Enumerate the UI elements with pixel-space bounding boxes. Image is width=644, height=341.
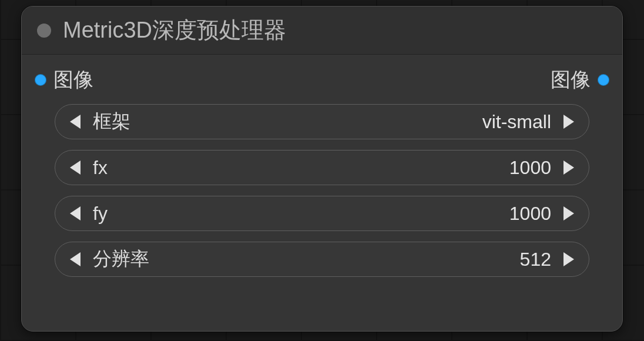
- input-port-image[interactable]: 图像: [35, 66, 93, 93]
- prev-button[interactable]: [68, 206, 82, 220]
- param-label: 分辨率: [93, 246, 149, 272]
- param-row-fx[interactable]: fx 1000: [55, 150, 589, 185]
- triangle-left-icon: [70, 115, 80, 129]
- prev-button[interactable]: [68, 161, 82, 175]
- triangle-right-icon: [564, 206, 574, 220]
- status-dot-icon: [37, 24, 51, 38]
- triangle-left-icon: [70, 206, 80, 220]
- port-dot-icon: [598, 74, 609, 86]
- param-value: vit-small: [482, 111, 551, 133]
- node-header[interactable]: Metric3D深度预处理器: [22, 6, 622, 55]
- port-dot-icon: [35, 74, 46, 86]
- triangle-right-icon: [564, 161, 574, 175]
- param-row-resolution[interactable]: 分辨率 512: [55, 242, 589, 277]
- node-title: Metric3D深度预处理器: [63, 15, 286, 45]
- param-value: 1000: [509, 203, 551, 225]
- next-button[interactable]: [562, 115, 576, 129]
- param-value: 512: [520, 249, 551, 270]
- param-row-backbone[interactable]: 框架 vit-small: [55, 104, 589, 139]
- triangle-right-icon: [564, 252, 574, 266]
- next-button[interactable]: [562, 252, 576, 266]
- input-port-label: 图像: [53, 66, 93, 93]
- io-row: 图像 图像: [35, 66, 609, 96]
- param-value: 1000: [509, 157, 551, 179]
- node-metric3d-depth-preprocessor[interactable]: Metric3D深度预处理器 图像 图像 框架 vit-small: [21, 6, 623, 332]
- param-list: 框架 vit-small fx 1000 fy 1000: [35, 104, 609, 277]
- prev-button[interactable]: [68, 115, 82, 129]
- triangle-left-icon: [70, 252, 80, 266]
- param-row-fy[interactable]: fy 1000: [55, 196, 589, 231]
- next-button[interactable]: [562, 161, 576, 175]
- output-port-image[interactable]: 图像: [551, 66, 609, 93]
- param-label: fx: [93, 157, 108, 179]
- triangle-right-icon: [564, 115, 574, 129]
- param-label: 框架: [93, 109, 130, 135]
- triangle-left-icon: [70, 161, 80, 175]
- next-button[interactable]: [562, 206, 576, 220]
- param-label: fy: [93, 203, 108, 225]
- output-port-label: 图像: [551, 66, 591, 93]
- node-body: 图像 图像 框架 vit-small fx 1000: [22, 55, 622, 331]
- prev-button[interactable]: [68, 252, 82, 266]
